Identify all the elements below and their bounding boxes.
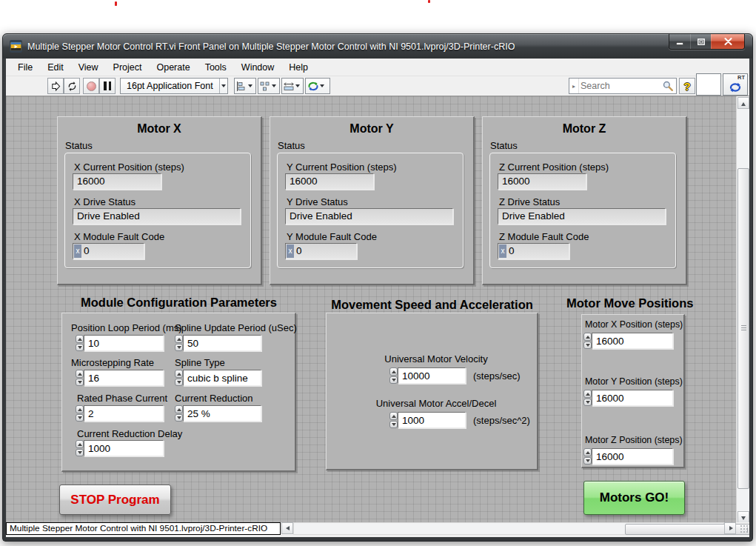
fault-code-value: 0 [509,245,515,256]
align-objects-button[interactable] [234,78,256,94]
fault-code-label: X Module Fault Code [74,231,164,242]
chevron-down-icon [248,84,252,87]
rt-connection-icon [728,81,743,94]
rt-target-button[interactable]: RT [723,73,748,96]
current-position-indicator: 16000 [498,173,586,190]
current-reduction-input[interactable] [183,405,261,422]
panel-title: Motor Z [483,122,686,136]
menu-item-help[interactable]: Help [286,61,311,74]
reorder-objects-icon [307,81,319,92]
rated-current-label: Rated Phase Current [77,393,167,404]
increment-decrement-buttons[interactable] [583,333,592,349]
menu-item-view[interactable]: View [76,61,101,74]
motor-z-position-input[interactable] [592,448,673,465]
panel-title: Motor Y [270,122,473,136]
help-button[interactable]: ? [679,78,695,94]
artifact-mark [115,1,117,6]
resize-grip[interactable] [740,525,749,533]
increment-decrement-buttons[interactable] [389,412,398,428]
increment-decrement-buttons[interactable] [76,405,84,422]
titlebar[interactable]: Multiple Stepper Motor Control RT.vi Fro… [3,34,752,59]
run-continuously-icon [67,81,78,92]
radix-indicator[interactable]: x [74,244,81,258]
motor-x-position-input[interactable] [592,333,673,349]
run-continuously-button[interactable] [64,78,80,94]
scroll-down-button[interactable] [737,511,749,523]
position-loop-label: Position Loop Period (ms) [71,322,182,333]
accel-input[interactable] [398,412,466,428]
menu-item-edit[interactable]: Edit [44,61,67,74]
arrow-down-icon [741,516,746,520]
search-scope-toggle[interactable]: ▸ [569,79,579,93]
rt-badge: RT [737,74,745,81]
close-button[interactable] [711,34,744,49]
toolbar: 16pt Application Font ▸ [6,76,749,96]
rated-current-input[interactable] [84,405,164,422]
search-input[interactable] [579,81,662,91]
minimize-button[interactable] [669,34,690,49]
pause-icon [104,81,111,90]
motors-go-button[interactable]: Motors GO! [583,481,685,515]
spline-type-input[interactable] [183,370,261,386]
current-position-label: Z Current Position (steps) [499,162,609,173]
menu-item-window[interactable]: Window [238,61,277,74]
pause-button[interactable] [99,78,116,94]
font-selector[interactable]: 16pt Application Font [120,78,228,94]
reduction-delay-input[interactable] [84,440,164,456]
drive-status-indicator: Drive Enabled [498,208,666,224]
search-box: ▸ [569,78,677,94]
fault-code-value: 0 [296,245,302,256]
increment-decrement-buttons[interactable] [583,448,592,465]
menu-item-file[interactable]: File [15,61,36,74]
abort-button[interactable] [83,78,99,94]
motor-x-panel: Motor X Status X Current Position (steps… [57,116,262,285]
run-button[interactable] [47,78,64,94]
fault-code-label: Z Module Fault Code [499,231,589,242]
velocity-unit-label: (steps/sec) [473,370,521,382]
labview-vi-icon [10,40,22,53]
radix-indicator[interactable]: x [287,244,294,258]
increment-decrement-buttons[interactable] [76,370,84,386]
increment-decrement-buttons[interactable] [389,367,398,384]
restore-button[interactable] [690,34,711,49]
radix-indicator[interactable]: x [499,244,506,258]
increment-decrement-buttons[interactable] [175,370,183,386]
scroll-left-button[interactable] [281,522,293,534]
horizontal-scrollbar[interactable] [293,522,724,535]
execution-target-indicator[interactable]: Multiple Stepper Motor Control with NI 9… [6,522,281,535]
restore-icon [698,39,705,45]
current-position-indicator: 16000 [73,173,161,190]
velocity-input[interactable] [398,367,466,384]
resize-objects-button[interactable] [281,78,304,94]
module-config-panel: Position Loop Period (ms) Spline Update … [61,313,296,472]
scroll-up-button[interactable] [737,97,749,109]
window-controls [669,34,745,50]
drive-status-label: X Drive Status [74,196,136,207]
increment-decrement-buttons[interactable] [175,335,183,351]
distribute-objects-button[interactable] [258,78,280,94]
increment-decrement-buttons[interactable] [76,440,84,456]
reorder-objects-button[interactable] [305,78,330,94]
position-loop-input[interactable] [84,335,164,351]
microstepping-input[interactable] [84,370,164,386]
chevron-down-icon [320,84,324,87]
help-icon: ? [683,80,690,93]
search-icon [662,80,675,93]
vertical-scrollbar[interactable] [736,96,749,525]
current-position-indicator: 16000 [285,173,374,190]
motor-y-position-input[interactable] [592,390,673,406]
accel-label: Universal Motor Accel/Decel [369,398,503,409]
drive-status-label: Z Drive Status [499,196,560,207]
stop-program-button[interactable]: STOP Program [59,485,171,515]
current-position-label: Y Current Position (steps) [287,162,397,173]
menu-item-tools[interactable]: Tools [202,61,230,74]
increment-decrement-buttons[interactable] [175,405,183,422]
scroll-right-button[interactable] [724,522,736,534]
spline-update-input[interactable] [183,335,261,351]
menu-item-operate[interactable]: Operate [153,61,193,74]
module-config-title: Module Configuration Parameters [61,296,296,310]
vertical-scroll-thumb[interactable] [737,168,749,489]
increment-decrement-buttons[interactable] [583,390,592,406]
menu-item-project[interactable]: Project [110,61,145,74]
increment-decrement-buttons[interactable] [76,335,84,351]
